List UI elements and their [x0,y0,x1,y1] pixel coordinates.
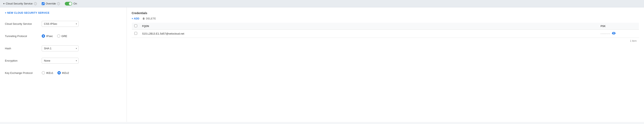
radio-ikev1[interactable]: IKEv1 [42,71,53,74]
override-checkbox[interactable] [42,2,44,5]
new-cloud-security-service-button[interactable]: + NEW CLOUD SECURITY SERVICE [5,12,50,14]
label-encryption: Encryption [5,59,42,62]
control-css: CSS IPSec CSS GRE ▾ [42,21,122,27]
radio-dot-ipsec [42,34,45,38]
control-key-exchange: IKEv1 IKEv2 [42,71,122,74]
row-checkbox-cell [132,30,140,38]
credentials-table: FQDN PSK S15.L2B13.E1.5d57@velocloud.net… [132,22,639,38]
delete-label: DELETE [146,17,156,20]
collapse-chevron[interactable]: ▾ [3,2,4,5]
radio-label-ikev1: IKEv1 [46,72,53,74]
psk-dots: ········ [601,32,610,35]
form-row-tunneling: Tunneling Protocol IPsec GRE [5,32,122,40]
row-checkbox[interactable] [134,32,137,35]
table-footer: 1 item [132,38,639,44]
th-checkbox [132,23,140,30]
override-label: Override [46,2,56,5]
radio-label-ipsec: IPsec [46,34,53,38]
override-info-icon[interactable]: i [57,2,60,5]
radio-gre[interactable]: GRE [57,34,67,38]
label-hash: Hash [5,47,42,50]
header-title: Cloud Security Service [6,2,33,5]
override-section: Override i [42,2,60,5]
credentials-actions: + ADD 🗑 DELETE [132,17,639,20]
control-tunneling: IPsec GRE [42,34,122,38]
delete-credential-button[interactable]: 🗑 DELETE [142,17,156,20]
encryption-select[interactable]: None AES 128 AES 256 [42,58,78,64]
radio-label-gre: GRE [62,34,67,38]
hash-select[interactable]: SHA 1 SHA 256 MD5 [42,46,78,51]
add-credential-button[interactable]: + ADD [132,17,139,20]
key-exchange-radio-group: IKEv1 IKEv2 [42,71,122,74]
select-all-checkbox[interactable] [134,24,137,27]
header-bar: ▾ Cloud Security Service i Override i On [0,0,644,7]
label-css: Cloud Security Service [5,22,42,25]
css-select-wrapper: CSS IPSec CSS GRE ▾ [42,21,78,27]
form-row-css: Cloud Security Service CSS IPSec CSS GRE… [5,20,122,28]
psk-cell: ········ [598,30,639,38]
fqdn-cell: S15.L2B13.E1.5d57@velocloud.net [140,30,598,38]
psk-dots-container: ········ [601,32,637,36]
label-tunneling: Tunneling Protocol [5,34,42,38]
toggle-track[interactable] [65,2,72,6]
toggle-switch[interactable]: On [65,2,77,6]
encryption-select-wrapper: None AES 128 AES 256 ▾ [42,58,78,64]
header-info-icon[interactable]: i [34,2,37,5]
radio-ikev2[interactable]: IKEv2 [58,71,69,74]
eye-icon[interactable] [612,32,616,36]
radio-ipsec[interactable]: IPsec [42,34,53,38]
radio-dot-gre [57,34,60,38]
control-encryption: None AES 128 AES 256 ▾ [42,58,122,64]
control-hash: SHA 1 SHA 256 MD5 ▾ [42,46,122,51]
th-fqdn: FQDN [140,23,598,30]
left-panel: + NEW CLOUD SECURITY SERVICE Cloud Secur… [0,7,127,122]
th-psk: PSK [598,23,639,30]
label-key-exchange: Key Exchange Protocol [5,72,42,74]
tunneling-radio-group: IPsec GRE [42,34,122,38]
toggle-label: On [74,2,77,5]
radio-dot-ikev2 [58,71,61,74]
section-title: ▾ Cloud Security Service i [3,2,37,5]
main-content: + NEW CLOUD SECURITY SERVICE Cloud Secur… [0,7,644,122]
trash-icon: 🗑 [142,17,145,20]
toggle-thumb [69,2,72,5]
form-row-hash: Hash SHA 1 SHA 256 MD5 ▾ [5,44,122,52]
radio-dot-ikev1 [42,71,45,74]
form-row-encryption: Encryption None AES 128 AES 256 ▾ [5,57,122,64]
form-row-key-exchange: Key Exchange Protocol IKEv1 IKEv2 [5,69,122,76]
radio-label-ikev2: IKEv2 [62,72,69,74]
hash-select-wrapper: SHA 1 SHA 256 MD5 ▾ [42,46,78,51]
right-panel: Credentials + ADD 🗑 DELETE FQDN PSK [127,7,644,122]
credentials-title: Credentials [132,12,639,15]
table-row: S15.L2B13.E1.5d57@velocloud.net ········ [132,30,639,38]
css-select[interactable]: CSS IPSec CSS GRE [42,21,78,27]
